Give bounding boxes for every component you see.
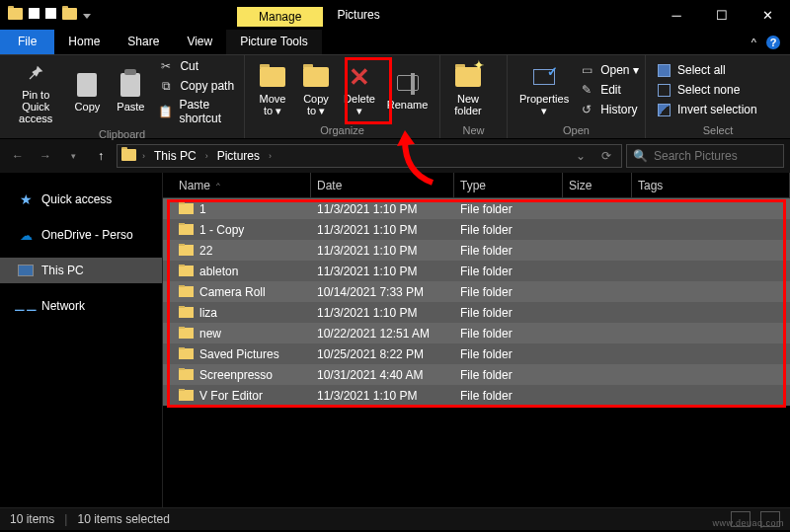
- qat-checkbox-icon-2[interactable]: [45, 8, 56, 22]
- file-type: File folder: [454, 265, 563, 278]
- select-all-button[interactable]: Select all: [656, 61, 757, 79]
- move-to-button[interactable]: Move to ▾: [251, 61, 294, 118]
- ribbon-collapse-icon[interactable]: ^: [751, 37, 756, 48]
- column-header-type[interactable]: Type: [454, 173, 563, 197]
- breadcrumb-this-pc[interactable]: This PC: [151, 149, 199, 163]
- search-box[interactable]: 🔍: [626, 144, 784, 168]
- sidebar-item-this-pc[interactable]: This PC: [0, 258, 162, 283]
- rename-button[interactable]: Rename: [381, 67, 434, 113]
- pin-quick-access-button[interactable]: Pin to Quick access: [6, 57, 65, 126]
- search-input[interactable]: [654, 149, 790, 163]
- table-row[interactable]: V For Editor11/3/2021 1:10 PMFile folder: [163, 385, 790, 406]
- edit-icon: ✎: [579, 82, 594, 98]
- tab-file[interactable]: File: [0, 30, 54, 54]
- invert-selection-button[interactable]: Invert selection: [656, 101, 757, 118]
- copy-to-button[interactable]: Copy to ▾: [294, 61, 338, 118]
- file-name: 22: [199, 244, 212, 258]
- history-button[interactable]: ↺History: [579, 101, 639, 118]
- recent-dropdown-icon[interactable]: ▾: [61, 144, 85, 168]
- maximize-button[interactable]: ☐: [699, 0, 745, 30]
- qat-folder-icon[interactable]: [62, 8, 77, 23]
- group-label-organize: Organize: [245, 124, 439, 138]
- sidebar-item-onedrive[interactable]: ☁OneDrive - Perso: [0, 222, 162, 248]
- breadcrumb-pictures[interactable]: Pictures: [214, 149, 263, 163]
- file-date: 11/3/2021 1:10 PM: [311, 265, 454, 278]
- properties-button[interactable]: Properties ▾: [514, 61, 575, 118]
- back-button[interactable]: ←: [6, 144, 30, 168]
- address-bar[interactable]: › This PC › Pictures › ⌄ ⟳: [117, 144, 622, 168]
- qat-checkbox-icon[interactable]: [29, 8, 40, 22]
- new-folder-button[interactable]: ✦New folder: [446, 61, 490, 118]
- file-date: 10/14/2021 7:33 PM: [311, 285, 454, 299]
- ribbon-group-new: ✦New folder New: [440, 55, 508, 138]
- column-header-size[interactable]: Size: [563, 173, 632, 197]
- table-row[interactable]: liza11/3/2021 1:10 PMFile folder: [163, 302, 790, 323]
- open-icon: ▭: [579, 62, 594, 78]
- select-none-button[interactable]: Select none: [656, 81, 757, 99]
- table-row[interactable]: 2211/3/2021 1:10 PMFile folder: [163, 240, 790, 261]
- copy-path-button[interactable]: ⧉Copy path: [158, 77, 238, 95]
- file-name: Camera Roll: [199, 285, 266, 299]
- status-item-count: 10 items: [10, 512, 54, 526]
- star-icon: ★: [18, 191, 34, 207]
- table-row[interactable]: ableton11/3/2021 1:10 PMFile folder: [163, 261, 790, 281]
- breadcrumb-separator[interactable]: ›: [140, 151, 147, 161]
- navigation-pane: ★Quick access ☁OneDrive - Perso This PC …: [0, 173, 163, 507]
- tab-picture-tools[interactable]: Picture Tools: [226, 30, 321, 54]
- rename-icon: [397, 75, 419, 91]
- help-icon[interactable]: ?: [766, 36, 780, 49]
- tab-home[interactable]: Home: [54, 30, 114, 54]
- delete-button[interactable]: ✕Delete ▾: [338, 61, 381, 118]
- copy-icon: [77, 73, 97, 97]
- file-type: File folder: [454, 223, 563, 237]
- table-row[interactable]: 1 - Copy11/3/2021 1:10 PMFile folder: [163, 219, 790, 240]
- column-header-tags[interactable]: Tags: [632, 173, 790, 197]
- breadcrumb-separator[interactable]: ›: [203, 151, 210, 161]
- table-row[interactable]: 111/3/2021 1:10 PMFile folder: [163, 198, 790, 219]
- close-button[interactable]: ✕: [745, 0, 790, 30]
- window-title: Pictures: [323, 8, 379, 22]
- forward-button[interactable]: →: [34, 144, 57, 168]
- file-list-area: Name^ Date Type Size Tags 111/3/2021 1:1…: [163, 173, 790, 507]
- breadcrumb-separator[interactable]: ›: [267, 151, 274, 161]
- folder-icon: [179, 266, 194, 276]
- view-thumbnails-button[interactable]: [760, 511, 780, 527]
- address-history-dropdown[interactable]: ⌄: [570, 149, 592, 163]
- cloud-icon: ☁: [18, 227, 34, 243]
- tab-view[interactable]: View: [173, 30, 226, 54]
- open-button[interactable]: ▭Open ▾: [579, 61, 639, 79]
- view-details-button[interactable]: [731, 511, 750, 527]
- file-type: File folder: [454, 347, 563, 361]
- group-label-new: New: [440, 124, 507, 138]
- sidebar-item-network[interactable]: ⚊⚊Network: [0, 293, 162, 319]
- cut-button[interactable]: ✂Cut: [158, 57, 238, 75]
- file-name: 1 - Copy: [199, 223, 244, 237]
- column-header-date[interactable]: Date: [311, 173, 454, 197]
- table-row[interactable]: Saved Pictures10/25/2021 8:22 PMFile fol…: [163, 343, 790, 364]
- delete-x-icon: ✕: [349, 64, 370, 90]
- edit-button[interactable]: ✎Edit: [579, 81, 639, 99]
- copy-button[interactable]: Copy: [65, 69, 109, 114]
- folder-icon: [179, 203, 194, 214]
- folder-icon: [179, 286, 194, 297]
- up-button[interactable]: ↑: [89, 144, 113, 168]
- column-header-name[interactable]: Name^: [173, 173, 311, 197]
- pc-icon: [18, 263, 34, 278]
- history-icon: ↺: [579, 102, 594, 117]
- refresh-button[interactable]: ⟳: [595, 149, 617, 163]
- sidebar-item-quick-access[interactable]: ★Quick access: [0, 187, 162, 212]
- table-row[interactable]: Camera Roll10/14/2021 7:33 PMFile folder: [163, 281, 790, 302]
- paste-button[interactable]: Paste: [109, 69, 152, 114]
- file-name: ableton: [199, 265, 238, 278]
- qat-dropdown-icon[interactable]: [83, 8, 91, 22]
- ribbon-group-organize: Move to ▾ Copy to ▾ ✕Delete ▾ Rename Org…: [245, 55, 440, 138]
- minimize-button[interactable]: ─: [654, 0, 699, 30]
- tab-share[interactable]: Share: [114, 30, 173, 54]
- file-date: 11/3/2021 1:10 PM: [311, 389, 454, 403]
- contextual-tab-area: Manage: [99, 0, 323, 30]
- table-row[interactable]: new10/22/2021 12:51 AMFile folder: [163, 323, 790, 343]
- paste-shortcut-button[interactable]: 📋Paste shortcut: [158, 97, 238, 126]
- file-name: 1: [199, 202, 206, 216]
- content-area: ★Quick access ☁OneDrive - Perso This PC …: [0, 173, 790, 507]
- table-row[interactable]: Screenpresso10/31/2021 4:40 AMFile folde…: [163, 364, 790, 385]
